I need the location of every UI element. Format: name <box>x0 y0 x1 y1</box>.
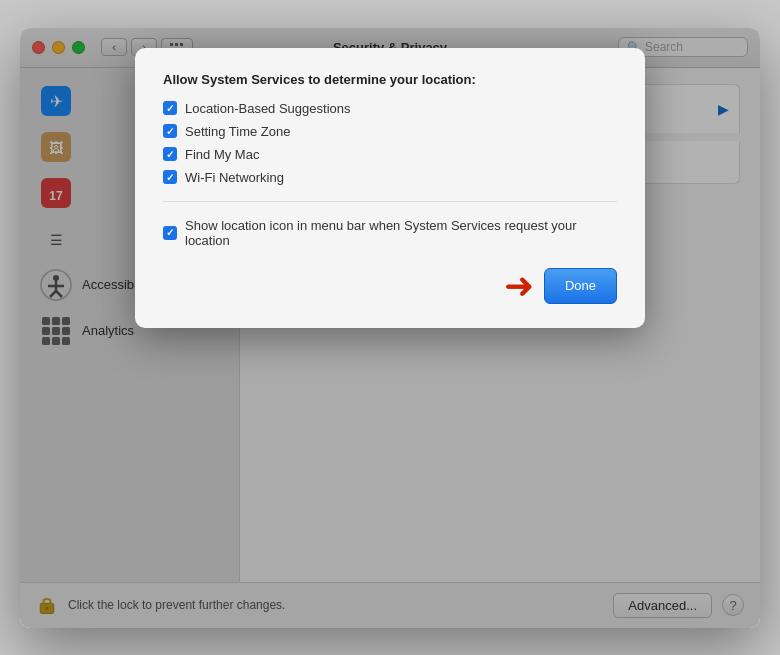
checkbox-find-my-mac-label: Find My Mac <box>185 147 259 162</box>
checkbox-find-my-mac-box[interactable] <box>163 147 177 161</box>
checkbox-location-suggestions-label: Location-Based Suggestions <box>185 101 351 116</box>
checkbox-find-my-mac[interactable]: Find My Mac <box>163 147 617 162</box>
checkbox-setting-time-zone-label: Setting Time Zone <box>185 124 291 139</box>
modal-footer: ➜ Done <box>163 268 617 304</box>
checkbox-location-suggestions-box[interactable] <box>163 101 177 115</box>
main-window: ‹ › Security & Privacy 🔍 Search ✈ <box>20 28 760 628</box>
checkbox-setting-time-zone-box[interactable] <box>163 124 177 138</box>
show-icon-checkbox[interactable] <box>163 226 177 240</box>
show-icon-label: Show location icon in menu bar when Syst… <box>185 218 617 248</box>
checkbox-wifi-networking-label: Wi-Fi Networking <box>185 170 284 185</box>
modal-divider <box>163 201 617 202</box>
show-icon-row[interactable]: Show location icon in menu bar when Syst… <box>163 218 617 248</box>
checkbox-wifi-networking-box[interactable] <box>163 170 177 184</box>
done-button[interactable]: Done <box>544 268 617 304</box>
modal-title: Allow System Services to determine your … <box>163 72 617 87</box>
checkbox-wifi-networking[interactable]: Wi-Fi Networking <box>163 170 617 185</box>
modal-dialog: Allow System Services to determine your … <box>135 48 645 328</box>
done-arrow-icon: ➜ <box>504 268 534 304</box>
done-arrow-container: ➜ <box>504 268 534 304</box>
checkbox-location-suggestions[interactable]: Location-Based Suggestions <box>163 101 617 116</box>
modal-overlay: Allow System Services to determine your … <box>20 28 760 628</box>
checkbox-setting-time-zone[interactable]: Setting Time Zone <box>163 124 617 139</box>
